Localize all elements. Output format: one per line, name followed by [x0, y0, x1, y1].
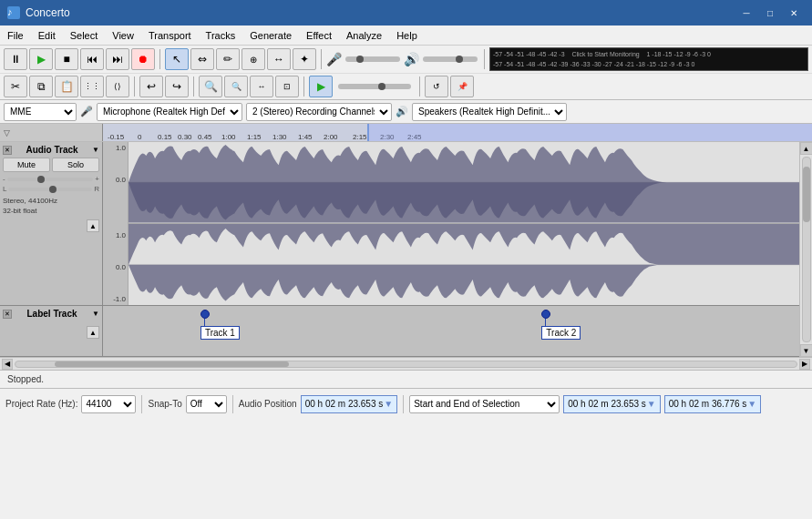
hscroll-thumb	[55, 361, 289, 367]
output-level-slider[interactable]	[423, 56, 478, 62]
sel-start-input[interactable]: 00 h 02 m 23.653 s ▼	[563, 395, 661, 413]
mute-button[interactable]: Mute	[3, 158, 50, 172]
label-collapse-button[interactable]: ▲	[87, 326, 99, 339]
undo-button[interactable]: ↩	[139, 76, 163, 97]
hscroll-right-arrow[interactable]: ▶	[799, 359, 810, 370]
channel-2	[128, 224, 799, 306]
ruler-tick-015: 0.15	[158, 133, 172, 141]
multi-tool-button[interactable]: ✦	[293, 48, 316, 70]
redo-button[interactable]: ↪	[165, 76, 189, 97]
menu-analyze[interactable]: Analyze	[339, 28, 389, 43]
envelope-tool-button[interactable]: ⇔	[190, 48, 214, 70]
track-menu-dropdown[interactable]: ▼	[92, 146, 99, 154]
hscroll-left-arrow[interactable]: ◀	[2, 359, 13, 370]
menu-view[interactable]: View	[105, 28, 141, 43]
solo-button[interactable]: Solo	[52, 158, 99, 172]
snap-to-select[interactable]: Off	[186, 395, 227, 413]
status-text: Stopped.	[7, 374, 44, 384]
menu-select[interactable]: Select	[63, 28, 106, 43]
playback-thumb	[378, 83, 385, 90]
channel-1	[128, 142, 799, 224]
hscroll-track[interactable]	[15, 361, 797, 368]
cut-button[interactable]: ✂	[4, 76, 27, 97]
ruler-tick-115: 1:15	[247, 133, 262, 141]
select-tool-button[interactable]: ↖	[165, 48, 189, 70]
vscroll-up-arrow[interactable]: ▲	[800, 142, 813, 155]
vscroll-down-arrow[interactable]: ▼	[800, 344, 813, 357]
label-1-pin[interactable]	[200, 310, 210, 319]
sel-start-value: 00 h 02 m 23.653 s	[568, 399, 646, 409]
vscroll: ▲ ▼	[799, 142, 812, 357]
label-2: Track 2	[541, 310, 581, 340]
zoom-sel-button[interactable]: ⊡	[275, 76, 299, 97]
separator-7	[419, 76, 420, 97]
trim-button[interactable]: ⋮⋮	[80, 76, 104, 97]
timeshift-tool-button[interactable]: ↔	[267, 48, 291, 70]
playback-slider[interactable]	[338, 84, 411, 89]
zoom-in-button[interactable]: 🔍	[224, 76, 248, 97]
channels-select[interactable]: 2 (Stereo) Recording Channels	[246, 103, 392, 121]
paste-button[interactable]: 📋	[55, 76, 78, 97]
project-rate-select[interactable]: 44100	[81, 395, 136, 413]
pause-button[interactable]: ⏸	[4, 48, 27, 70]
track-info: Stereo, 44100Hz32-bit float	[3, 196, 99, 216]
audio-pos-value: 00 h 02 m 23.653 s	[305, 399, 384, 409]
selection-type-select[interactable]: Start and End of Selection	[409, 395, 560, 413]
stop-button[interactable]: ■	[55, 48, 78, 70]
audio-track: ✕ Audio Track ▼ Mute Solo - +	[0, 142, 799, 306]
maximize-button[interactable]: □	[759, 5, 781, 21]
playback-start-button[interactable]: ▶	[309, 76, 333, 97]
host-select[interactable]: MME	[4, 103, 77, 121]
menu-effect[interactable]: Effect	[299, 28, 339, 43]
zoom-out-button[interactable]: 🔍	[199, 76, 222, 97]
play-button[interactable]: ▶	[29, 48, 53, 70]
loop-button[interactable]: ↺	[425, 76, 448, 97]
menubar: File Edit Select View Transport Tracks G…	[0, 25, 812, 46]
zoom-tool-button[interactable]: ⊕	[242, 48, 265, 70]
menu-help[interactable]: Help	[389, 28, 425, 43]
toolbar-row-2: ✂ ⧉ 📋 ⋮⋮ ⟨⟩ ↩ ↪ 🔍 🔍 ↔ ⊡ ▶ ↺ 📌	[0, 74, 812, 99]
menu-edit[interactable]: Edit	[31, 28, 63, 43]
menu-tracks[interactable]: Tracks	[199, 28, 243, 43]
skip-start-button[interactable]: ⏮	[80, 48, 104, 70]
ruler-tick-100: 1:00	[221, 133, 236, 141]
clip-button[interactable]: 📌	[450, 76, 474, 97]
track-close-button[interactable]: ✕	[3, 146, 12, 155]
vscroll-track[interactable]	[802, 157, 811, 342]
microphone-select[interactable]: Microphone (Realtek High Defini...	[97, 103, 242, 121]
collapse-button[interactable]: ▲	[87, 219, 99, 232]
menu-file[interactable]: File	[0, 28, 31, 43]
vu-top-scale: -57 -54 -51 -48 -45 -42 -3 Click to Star…	[493, 51, 711, 57]
close-button[interactable]: ✕	[783, 5, 805, 21]
speaker-select[interactable]: Speakers (Realtek High Definit...	[412, 103, 567, 121]
audio-track-header: ✕ Audio Track ▼ Mute Solo - +	[0, 142, 103, 305]
sel-end-value: 00 h 02 m 36.776 s	[669, 399, 747, 409]
audio-pos-dropdown[interactable]: ▼	[384, 399, 393, 409]
record-button[interactable]: ⏺	[131, 48, 155, 70]
waveform-container: 1.0 0.0 1.0 0.0 -1.0	[103, 142, 799, 305]
label-track-dropdown[interactable]: ▼	[92, 310, 99, 318]
bottom-sep-3	[403, 395, 404, 413]
skip-end-button[interactable]: ⏭	[106, 48, 129, 70]
label-track-header: ✕ Label Track ▼ ▲	[0, 306, 103, 356]
audio-position-input[interactable]: 00 h 02 m 23.653 s ▼	[301, 395, 398, 413]
sel-end-input[interactable]: 00 h 02 m 36.776 s ▼	[664, 395, 762, 413]
silence-button[interactable]: ⟨⟩	[106, 76, 129, 97]
waveform-scale: 1.0 0.0 1.0 0.0 -1.0	[103, 142, 128, 305]
sel-end-dropdown[interactable]: ▼	[747, 399, 756, 409]
ruler-tick-200: 2:00	[324, 133, 338, 141]
zoom-fit-button[interactable]: ↔	[250, 76, 273, 97]
menu-generate[interactable]: Generate	[242, 28, 299, 43]
scale-top-2: 1.0	[105, 231, 126, 239]
menu-transport[interactable]: Transport	[141, 28, 199, 43]
gain-slider[interactable]	[7, 178, 94, 181]
label-2-pin[interactable]	[541, 310, 550, 319]
copy-button[interactable]: ⧉	[29, 76, 53, 97]
label-track-close-button[interactable]: ✕	[3, 310, 12, 319]
draw-tool-button[interactable]: ✏	[216, 48, 240, 70]
sel-start-dropdown[interactable]: ▼	[647, 399, 656, 409]
minimize-button[interactable]: ─	[735, 5, 757, 21]
titlebar-left: ♪ Concerto	[7, 6, 70, 19]
input-level-slider[interactable]	[345, 56, 400, 62]
pan-slider[interactable]	[8, 188, 92, 191]
